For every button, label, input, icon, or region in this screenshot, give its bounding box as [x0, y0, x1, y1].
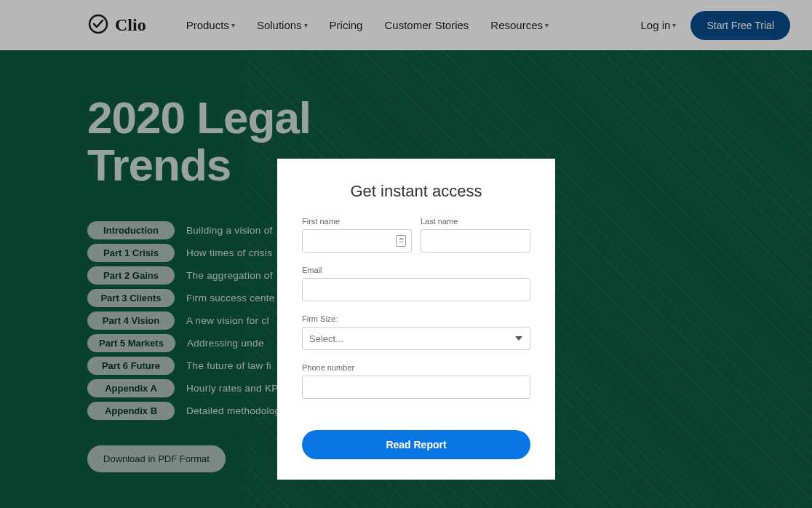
- phone-label: Phone number: [302, 363, 530, 372]
- first-name-input[interactable]: [302, 229, 412, 253]
- firm-size-label: Firm Size:: [302, 314, 530, 323]
- phone-input[interactable]: [302, 376, 530, 399]
- firm-size-select[interactable]: Select...: [302, 327, 530, 350]
- first-name-label: First name: [302, 217, 412, 226]
- last-name-input[interactable]: [421, 229, 530, 253]
- last-name-label: Last name: [421, 217, 530, 226]
- read-report-button[interactable]: Read Report: [302, 430, 530, 459]
- access-modal: Get instant access First name ☰ Last nam…: [277, 159, 555, 480]
- modal-title: Get instant access: [302, 182, 530, 201]
- email-label: Email: [302, 266, 530, 274]
- email-input[interactable]: [302, 278, 530, 301]
